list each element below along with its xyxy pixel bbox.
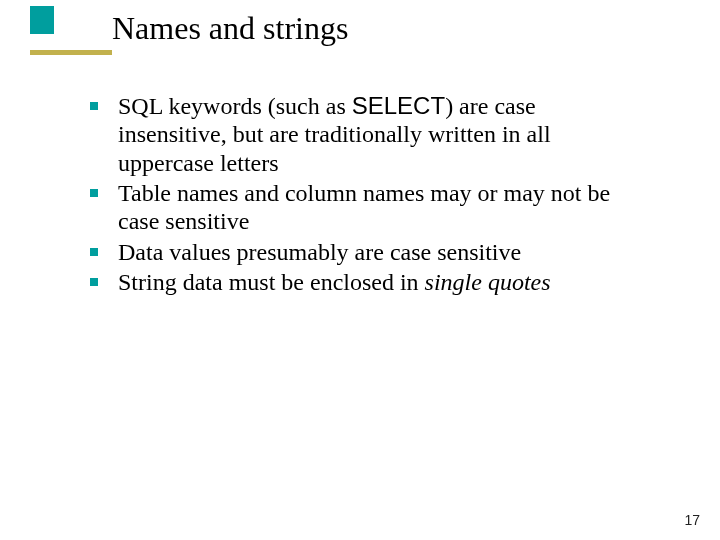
list-item: Data values presumably are case sensitiv… [90,238,650,266]
bullet-text: String data must be enclosed in single q… [118,268,551,296]
title-area: Names and strings [0,0,720,60]
bullet-text: Table names and column names may or may … [118,179,650,236]
list-item: Table names and column names may or may … [90,179,650,236]
list-item: String data must be enclosed in single q… [90,268,650,296]
bullet-square-icon [90,248,98,256]
slide-title: Names and strings [112,10,348,47]
italic-run: single quotes [425,269,551,295]
page-number: 17 [684,512,700,528]
text-run: String data must be enclosed in [118,269,425,295]
bullet-square-icon [90,278,98,286]
body-content: SQL keywords (such as SELECT) are case i… [90,92,650,298]
text-run: SQL keywords (such as [118,93,352,119]
bullet-text: Data values presumably are case sensitiv… [118,238,521,266]
accent-bar [30,50,112,55]
code-run: SELECT [352,92,445,119]
bullet-text: SQL keywords (such as SELECT) are case i… [118,92,650,177]
list-item: SQL keywords (such as SELECT) are case i… [90,92,650,177]
bullet-square-icon [90,189,98,197]
accent-square [30,6,54,34]
bullet-square-icon [90,102,98,110]
